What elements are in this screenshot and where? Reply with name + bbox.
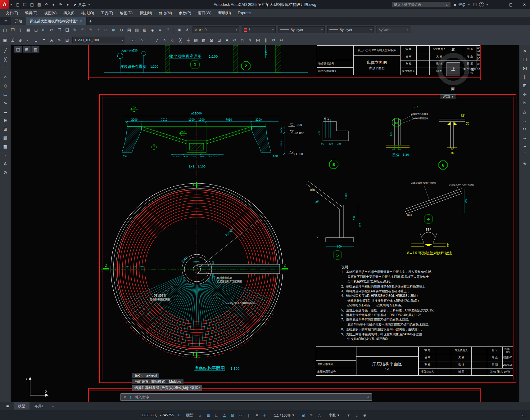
color-select[interactable]: 红 ▾ — [242, 26, 276, 33]
explode-button[interactable]: ✳ — [521, 160, 529, 168]
menu-item-3[interactable]: 插入(I) — [60, 9, 78, 17]
annotation-visibility-button[interactable]: ▣ — [300, 412, 307, 419]
mtext-button[interactable]: A — [223, 36, 231, 44]
publish-button[interactable]: ⊞ — [40, 26, 48, 34]
insert-block-button[interactable]: ⊞ — [1, 125, 9, 133]
polyline-button[interactable]: ⌒ — [1, 64, 9, 72]
point-button[interactable]: ┼ — [184, 36, 192, 44]
qnew-button[interactable]: ▢ — [1, 26, 9, 34]
revision-cloud-button[interactable]: ☁ — [1, 108, 9, 115]
ellipse-button[interactable]: ⊖ — [1, 116, 9, 124]
object-snap-tracking-button[interactable]: ∥ — [245, 412, 252, 419]
image-reference-button[interactable]: ⊞ — [23, 46, 31, 53]
dwg-reference-button[interactable]: ◫ — [14, 46, 22, 53]
menu-item-2[interactable]: 视图(V) — [41, 9, 60, 17]
lineweight-select[interactable]: ByLayer ▾ — [327, 26, 374, 33]
table-insert-button[interactable]: ⊡ — [215, 36, 223, 44]
hatch-button[interactable]: ▨ — [192, 36, 200, 44]
tab-overview-icon[interactable]: ≡ — [0, 17, 11, 25]
dynamic-input-button[interactable]: ✛ — [261, 412, 269, 419]
pan-button[interactable]: ✛ — [94, 26, 102, 34]
help-button[interactable]: ? — [164, 26, 172, 34]
match-properties-button[interactable]: ✎ — [71, 26, 79, 34]
edit-text-button[interactable]: ✎ — [56, 36, 63, 44]
trim-button[interactable]: ✂ — [521, 125, 529, 133]
polar-tracking-button[interactable]: ∠ — [221, 412, 228, 419]
app-store-button[interactable]: ❑ — [473, 2, 477, 7]
sheet-set-manager-button[interactable]: ◈ — [149, 26, 156, 34]
redo-dropdown-button[interactable]: ▾ — [64, 1, 71, 8]
open-button[interactable]: ❒ — [9, 26, 16, 34]
text-style-button[interactable]: A — [48, 36, 55, 44]
offset-button[interactable]: ∥ — [521, 73, 529, 81]
share-button[interactable]: ➤ 共享 ▾ — [74, 2, 91, 7]
dim-style-button[interactable]: ▣ — [1, 36, 9, 44]
construction-line-button[interactable]: ╳ — [1, 56, 9, 63]
mirror-button[interactable]: ⋈ — [521, 64, 529, 72]
command-expand-icon[interactable]: ˄ — [367, 395, 369, 399]
text-button[interactable]: A — [1, 160, 9, 168]
units-button[interactable]: 小数 ▾ — [326, 412, 342, 419]
object-isolate-button[interactable]: ⊕ — [361, 412, 369, 419]
menu-item-0[interactable]: 文件(F) — [2, 9, 21, 17]
menu-item-9[interactable]: 参数(P) — [175, 9, 195, 17]
rectangle-button[interactable]: ▭ — [1, 90, 9, 98]
spline-button[interactable]: ∿ — [1, 99, 9, 107]
polygon-button[interactable]: ◇ — [1, 82, 9, 89]
text-style-select[interactable]: TSSD_100_100 ▾ — [72, 37, 125, 43]
new-layout-button[interactable]: ＋ — [48, 402, 57, 410]
help-button[interactable]: ?▾ — [479, 2, 489, 7]
gradient-button[interactable]: ▩ — [200, 36, 207, 44]
menu-item-10[interactable]: 窗口(W) — [195, 9, 215, 17]
designcenter-button[interactable]: ▥ — [133, 26, 141, 34]
new-tab-button[interactable]: ＋ — [87, 17, 95, 25]
layer-properties-button[interactable]: ▣ — [176, 26, 183, 34]
move-button[interactable]: ✛ — [521, 90, 529, 98]
model-space-canvas[interactable]: 123e645354风管开洞⌀220275收尘器柱脚座详图1:100库顶设备布置… — [11, 45, 519, 402]
close-button[interactable]: ✕ — [519, 0, 530, 9]
qnew-button[interactable]: ▢ — [14, 1, 21, 8]
tab-drawing[interactable]: 罗江某大型钢板库结构设计图* ✕ — [26, 17, 87, 25]
command-close-icon[interactable]: ✕ — [123, 395, 126, 399]
workspace-switching-button[interactable]: ☀ — [345, 412, 352, 419]
annotation-scale-sync-button[interactable]: △ — [316, 412, 323, 419]
draw-order-button[interactable]: ⇅ — [239, 36, 246, 44]
circle-button[interactable]: ○ — [138, 36, 145, 44]
menu-item-8[interactable]: 修改(M) — [156, 9, 175, 17]
spline-button[interactable]: ∿ — [161, 36, 169, 44]
layout-menu-icon[interactable]: ≡ — [2, 402, 13, 410]
undo-button[interactable]: ↶ — [79, 26, 86, 34]
menu-item-5[interactable]: 工具(T) — [97, 9, 116, 17]
command-input[interactable]: 键入命令 — [134, 395, 149, 400]
compass-south[interactable]: 南 — [451, 86, 455, 92]
hatch-button[interactable]: ▨ — [1, 134, 9, 141]
minimize-button[interactable]: ─ — [491, 0, 503, 9]
undo-dropdown-button[interactable]: ▾ — [50, 1, 57, 8]
tab-model[interactable]: 模型 — [14, 402, 29, 410]
dim-diameter-button[interactable]: ⌀ — [17, 36, 24, 44]
menu-item-12[interactable]: Express — [234, 9, 255, 17]
tab-close-icon[interactable]: ✕ — [80, 20, 83, 23]
open-button[interactable]: ❒ — [21, 1, 28, 8]
dim-baseline-button[interactable]: ⌐ — [25, 36, 32, 44]
dim-angular-button[interactable]: ∠ — [9, 36, 16, 44]
rotate-button[interactable]: ↻ — [521, 99, 529, 107]
mirror-button[interactable]: ⋈ — [254, 36, 262, 44]
autocad-logo[interactable]: A — [0, 0, 9, 9]
chamfer-button[interactable]: ⌐ — [521, 142, 529, 150]
properties-button[interactable]: ▤ — [125, 26, 133, 34]
view-compass[interactable]: 北 东 南 上 — [431, 47, 476, 92]
logo-dropdown-icon[interactable]: ▾ — [9, 1, 13, 8]
gradient-button[interactable]: ▩ — [1, 142, 9, 150]
undo-button[interactable]: ↶ — [43, 1, 50, 8]
menu-item-4[interactable]: 格式(O) — [78, 9, 97, 17]
explode-button[interactable]: ✳ — [247, 36, 254, 44]
search-icon[interactable]: ⊙ — [446, 3, 448, 7]
save-button[interactable]: ◫ — [17, 26, 24, 34]
wcs-dropdown[interactable]: WCS ▾ — [440, 94, 456, 99]
extend-button[interactable]: → — [521, 134, 529, 141]
model-space-indicator[interactable]: 模型 — [186, 413, 193, 418]
circle-button[interactable]: ○ — [1, 73, 9, 81]
rectangle-button[interactable]: ▭ — [130, 36, 138, 44]
stretch-button[interactable]: ↔ — [521, 116, 529, 124]
